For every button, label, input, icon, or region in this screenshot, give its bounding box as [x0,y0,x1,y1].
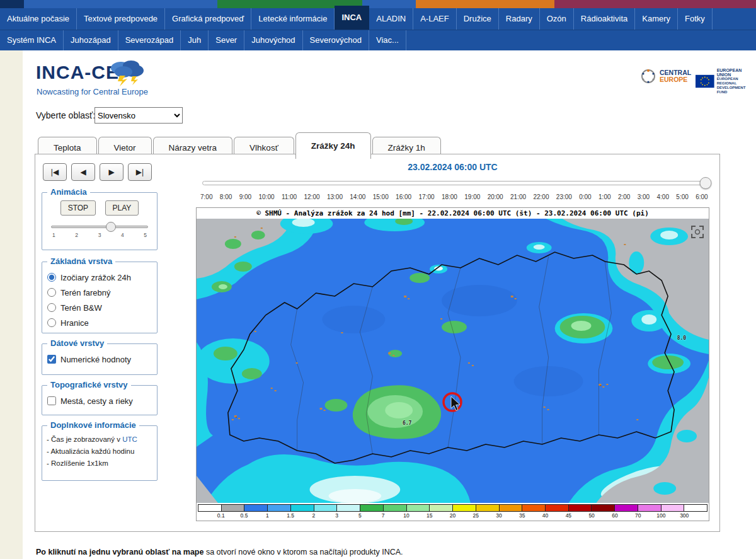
nav-tab-kamery[interactable]: Kamery [635,8,678,30]
legend-label: 100 [656,512,665,519]
base-layer-title: Základná vrstva [47,256,115,266]
nav-tab-radioaktivita[interactable]: Rádioaktivita [574,8,635,30]
legend-cell [476,505,500,511]
legend-cell [569,505,592,511]
topo-layers-box: Topografické vrstvy Mestá, cesty a rieky [42,385,158,415]
nav-tab-radary[interactable]: Radary [499,8,540,30]
nav-tab-sever[interactable]: Sever [209,30,244,50]
timeline-tick-label: 1:00 [598,193,610,200]
page: Aktuálne počasieTextové predpovedeGrafic… [0,0,756,559]
timeline-tick-label: 13:00 [327,193,343,200]
nav-tab-system-inca[interactable]: Systém INCA [0,30,64,50]
animation-speed-slider[interactable] [51,226,148,228]
nav-tab-ozon[interactable]: Ozón [540,8,574,30]
radio-izociary-zrazok-24h[interactable] [47,273,56,282]
utc-link[interactable]: UTC [122,435,137,443]
timeline-tick-label: 17:00 [418,193,434,200]
base-layer-options: Izočiary zrážok 24hTerén farebnýTerén B&… [42,262,157,333]
legend-cell [522,505,546,511]
first-frame-button[interactable]: |◀ [43,163,67,181]
top-strip-segment [362,0,416,8]
radio-option-teren-farebny[interactable]: Terén farebný [47,285,152,300]
top-strip-segment [416,0,554,8]
timeline-tick-label: 15:00 [373,193,389,200]
timeline-slider[interactable] [202,181,706,185]
nav-tab-juhovychod[interactable]: Juhovýchod [244,30,302,50]
data-layers-title: Dátové vrstvy [47,338,107,348]
map-image[interactable]: 6.78.0 [197,219,709,503]
nav-tab-textove-predpovede[interactable]: Textové predpovede [77,8,165,30]
data-layer-options: Numerické hodnoty [42,344,157,369]
page-left-margin [0,50,23,559]
topo-layers-title: Topografické vrstvy [47,380,131,389]
nav-tab-severozapad[interactable]: Severozápad [118,30,181,50]
nav-tab-aktualne-pocasie[interactable]: Aktuálne počasie [0,8,77,30]
nav-tab-graficka-predpoved[interactable]: Grafická predpoveď [165,8,251,30]
animation-speed-scale: 12345 [52,232,147,238]
legend-cell [592,505,615,511]
eu-text-3: DEVELOPMENT FUND [717,86,756,95]
tab-zrazky-24h[interactable]: Zrážky 24h [295,132,371,159]
play-button[interactable]: PLAY [105,200,139,216]
timeline-handle[interactable] [700,177,712,189]
region-select[interactable]: Slovensko [94,107,183,124]
legend-cell [546,505,569,511]
legend-cell [291,505,314,511]
nav-tab-viac[interactable]: Viac... [369,30,406,50]
legend-label: 45 [566,512,571,519]
nav-tab-severovychod[interactable]: Severovýchod [303,30,369,50]
site-logo-subtitle: Nowcasting for Central Europe [37,87,148,96]
checkbox-option-numericke-hodnoty[interactable]: Numerické hodnoty [47,352,152,367]
legend-label: 40 [542,512,548,519]
checkbox-mesta-cesty-a-rieky[interactable] [47,396,56,405]
precipitation-map: © SHMÚ - Analýza zrážok za 24 hod [mm] -… [196,207,709,521]
map-title: © SHMÚ - Analýza zrážok za 24 hod [mm] -… [197,208,709,219]
speed-tick-label: 2 [75,232,78,238]
info-line: - Aktualizácia každú hodinu [47,446,152,458]
stop-button[interactable]: STOP [60,200,96,216]
eu-text-2: EUROPEAN REGIONAL [717,77,756,86]
nav-tab-juhozapad[interactable]: Juhozápad [64,30,118,50]
footer-note-bold: Po kliknutí na jednu vybranú oblasť na m… [36,548,203,556]
speed-tick-label: 5 [144,232,147,238]
speed-tick-label: 1 [52,232,55,238]
storm-cloud-icon [106,58,147,87]
nav-tab-aladin[interactable]: ALADIN [369,8,413,30]
nav-tab-inca[interactable]: INCA [335,6,369,30]
radio-teren-farebny[interactable] [47,288,56,297]
radio-hranice[interactable] [47,318,56,327]
legend-label: 2 [312,512,315,519]
last-frame-button[interactable]: ▶| [128,163,152,181]
nav-tab-a-laef[interactable]: A-LAEF [413,8,457,30]
previous-frame-button[interactable]: ◀ [71,163,95,181]
checkbox-numericke-hodnoty[interactable] [47,355,56,364]
legend-cell [453,505,476,511]
legend-label: 1 [266,512,269,519]
nav-tab-juh[interactable]: Juh [181,30,209,50]
top-strip-segment [0,0,24,8]
radio-option-izociary-zrazok-24h[interactable]: Izočiary zrážok 24h [47,270,152,285]
legend-cell [384,505,407,511]
speed-tick-label: 4 [121,232,124,238]
speed-tick-label: 3 [98,232,101,238]
option-label: Terén B&W [60,303,102,313]
central-europe-text-2: EUROPE [660,76,691,83]
checkbox-option-mesta-cesty-a-rieky[interactable]: Mestá, cesty a rieky [47,393,152,408]
next-frame-button[interactable]: ▶ [100,163,123,181]
radio-teren-b-w[interactable] [47,303,56,312]
nav-tab-letecke-informacie[interactable]: Letecké informácie [251,8,335,30]
timeline-tick-label: 7:00 [200,193,212,200]
radio-option-hranice[interactable]: Hranice [47,315,152,330]
info-box-title: Doplnkové informácie [47,420,139,430]
nav-tab-fotky[interactable]: Fotky [678,8,713,30]
info-lines: - Čas je zobrazovaný v UTC- Aktualizácia… [42,426,157,472]
legend-label: 35 [519,512,525,519]
legend-bar [198,504,707,512]
timeline-tick-label: 3:00 [638,193,650,200]
top-strip-segment [554,0,756,8]
map-legend: 0.10.511.5235710152025303540455060701003… [197,503,709,520]
nav-tab-druzice[interactable]: Družice [457,8,499,30]
central-europe-emblem-icon [640,68,656,84]
animation-speed-handle[interactable] [106,222,116,232]
radio-option-teren-b-w[interactable]: Terén B&W [47,300,152,315]
